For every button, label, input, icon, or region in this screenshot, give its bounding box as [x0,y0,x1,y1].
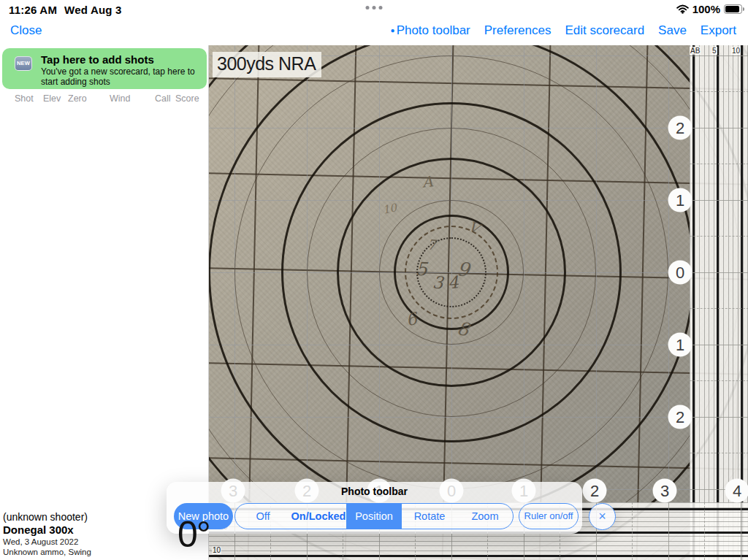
notification-title: Tap here to add shots [41,53,154,66]
wifi-icon [676,4,689,14]
column-header-wind: Wind [110,93,130,104]
axis-badge: 1 [668,188,692,212]
add-shots-notification[interactable]: NEW Tap here to add shots You've got a n… [2,48,207,89]
status-indicators: 100% [676,3,742,15]
segment-on-locked[interactable]: On/Locked [291,504,346,529]
nav-bar: Close ●Photo toolbar Preferences Edit sc… [0,18,748,45]
axis-badge: 3 [653,479,677,503]
rotation-angle: 0° [178,513,210,556]
nav-item-save[interactable]: Save [658,23,687,38]
shooter-name: (unknown shooter) [3,511,88,523]
column-header-zero: Zero [68,93,87,104]
status-time: 11:26 AM [9,4,57,16]
column-header-score: Score [175,93,199,104]
status-bar: 11:26 AMWed Aug 3 100% [0,0,748,18]
axis-badge: 2 [668,405,692,429]
scorecard-date: Wed, 3 August 2022 [3,537,78,546]
segment-off[interactable]: Off [235,504,291,529]
axis-badge: 0 [668,261,692,285]
scorecard-details: Unknown ammo, Swing [3,548,91,556]
nav-menu: ●Photo toolbar Preferences Edit scorecar… [391,23,736,38]
active-dot-icon: ● [391,26,395,34]
close-toolbar-button[interactable]: × [589,503,616,530]
column-header-call: Call [155,93,171,104]
status-date: Wed Aug 3 [64,4,121,16]
segment-zoom[interactable]: Zoom [457,504,513,529]
photo-toolbar-panel: Photo toolbar New photo Off On/Locked Po… [167,482,582,534]
column-header-elev: Elev [43,93,61,104]
axis-badge: 4 [725,479,748,503]
column-header-shot: Shot [15,93,34,104]
segment-position[interactable]: Position [346,504,402,529]
nav-item-export[interactable]: Export [701,23,736,38]
photo-mode-segmented-control: Off On/Locked Position Rotate Zoom [234,503,514,529]
status-time-date: 11:26 AMWed Aug 3 [9,4,122,16]
close-button[interactable]: Close [10,23,42,38]
multitask-dots-icon[interactable] [366,6,383,9]
axis-badge: 2 [583,479,607,503]
axis-badge: 1 [668,333,692,357]
scorecard-title: Donegal 300x [3,523,74,536]
new-badge: NEW [15,56,32,71]
ruler-toggle-button[interactable]: Ruler on/off [519,503,579,529]
battery-icon [724,4,742,14]
app-window: 11:26 AMWed Aug 3 100% Close ●Photo tool… [0,0,748,560]
photo-toolbar-title: Photo toolbar [167,486,582,497]
segment-rotate[interactable]: Rotate [402,504,457,529]
notification-subtitle: You've got a new scorecard, tap here to … [41,67,205,87]
battery-percent: 100% [692,3,720,15]
axis-badge: 2 [668,116,692,140]
nav-item-photo-toolbar[interactable]: ●Photo toolbar [391,23,470,38]
nav-item-preferences[interactable]: Preferences [484,23,552,38]
nav-item-edit-scorecard[interactable]: Edit scorecard [565,23,644,38]
